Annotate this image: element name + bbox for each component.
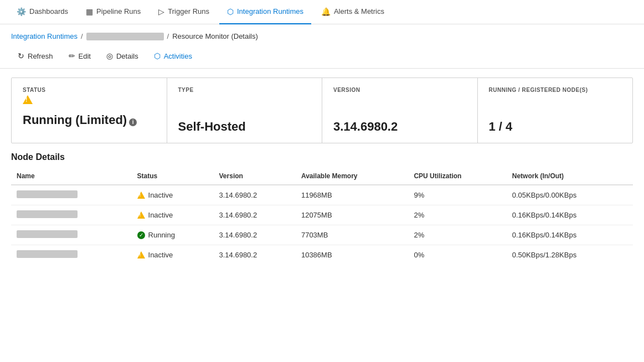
breadcrumb: Integration Runtimes / / Resource Monito… bbox=[0, 24, 644, 46]
breadcrumb-sep1: / bbox=[81, 32, 83, 40]
nav-pipeline-runs-label: Pipeline Runs bbox=[96, 7, 141, 15]
warn-triangle-icon bbox=[137, 192, 145, 199]
refresh-button[interactable]: ↻ Refresh bbox=[11, 48, 60, 64]
col-network: Network (In/Out) bbox=[507, 168, 633, 185]
pipeline-runs-icon: ▦ bbox=[86, 7, 93, 16]
status-warn-icon bbox=[23, 95, 33, 104]
node-status-label: Inactive bbox=[148, 191, 173, 199]
col-version: Version bbox=[214, 168, 296, 185]
warn-triangle-icon bbox=[137, 211, 145, 219]
table-row: ✓Running3.14.6980.27703MB2%0.16KBps/0.14… bbox=[11, 225, 633, 245]
integration-runtimes-icon: ⬡ bbox=[227, 7, 234, 16]
node-status-label: Running bbox=[148, 231, 175, 239]
node-version-cell: 3.14.6980.2 bbox=[214, 185, 296, 205]
table-row: Inactive3.14.6980.212075MB2%0.16KBps/0.1… bbox=[11, 205, 633, 225]
node-version-cell: 3.14.6980.2 bbox=[214, 205, 296, 225]
node-memory-cell: 7703MB bbox=[296, 225, 408, 245]
node-status-cell: Inactive bbox=[132, 245, 214, 265]
node-status-label: Inactive bbox=[148, 211, 173, 219]
node-details-title: Node Details bbox=[0, 152, 644, 168]
type-card-value: Self-Hosted bbox=[178, 120, 311, 134]
node-cpu-cell: 2% bbox=[408, 225, 506, 245]
breadcrumb-sep2: / bbox=[167, 32, 169, 40]
col-name: Name bbox=[11, 168, 132, 185]
node-name-cell bbox=[11, 185, 132, 205]
status-cards: STATUS Running (Limited)i TYPE Self-Host… bbox=[11, 77, 633, 143]
activities-icon: ⬡ bbox=[154, 51, 161, 60]
dashboards-icon: ⚙️ bbox=[17, 7, 26, 16]
nav-alerts-metrics[interactable]: 🔔 Alerts & Metrics bbox=[313, 0, 392, 24]
node-status-cell: Inactive bbox=[132, 205, 214, 225]
node-details-section: Node Details Name Status Version Availab… bbox=[0, 152, 644, 265]
nav-integration-runtimes[interactable]: ⬡ Integration Runtimes bbox=[219, 0, 311, 24]
node-network-cell: 0.05KBps/0.00KBps bbox=[507, 185, 633, 205]
node-memory-cell: 12075MB bbox=[296, 205, 408, 225]
details-button[interactable]: ◎ Details bbox=[100, 48, 145, 64]
node-memory-cell: 10386MB bbox=[296, 245, 408, 265]
nodes-card: RUNNING / REGISTERED NODE(S) 1 / 4 bbox=[478, 78, 633, 143]
nodes-card-label: RUNNING / REGISTERED NODE(S) bbox=[489, 87, 622, 93]
version-card: VERSION 3.14.6980.2 bbox=[322, 78, 478, 143]
node-network-cell: 0.50KBps/1.28KBps bbox=[507, 245, 633, 265]
toolbar: ↻ Refresh ✏ Edit ◎ Details ⬡ Activities bbox=[0, 46, 644, 69]
nav-integration-runtimes-label: Integration Runtimes bbox=[237, 7, 303, 15]
edit-button[interactable]: ✏ Edit bbox=[62, 48, 97, 64]
version-card-label: VERSION bbox=[333, 87, 466, 93]
status-card-value: Running (Limited)i bbox=[23, 113, 156, 127]
node-name-cell bbox=[11, 225, 132, 245]
edit-icon: ✏ bbox=[69, 51, 75, 60]
top-nav: ⚙️ Dashboards ▦ Pipeline Runs ▷ Trigger … bbox=[0, 0, 644, 24]
activities-label: Activities bbox=[164, 52, 192, 60]
table-row: Inactive3.14.6980.211968MB9%0.05KBps/0.0… bbox=[11, 185, 633, 205]
breadcrumb-link[interactable]: Integration Runtimes bbox=[11, 32, 78, 40]
status-card-label: STATUS bbox=[23, 87, 156, 93]
node-memory-cell: 11968MB bbox=[296, 185, 408, 205]
col-status: Status bbox=[132, 168, 214, 185]
nav-trigger-runs-label: Trigger Runs bbox=[168, 7, 209, 15]
node-name-cell bbox=[11, 245, 132, 265]
node-status-label: Inactive bbox=[148, 251, 173, 259]
running-check-icon: ✓ bbox=[137, 231, 145, 239]
node-status-cell: Inactive bbox=[132, 185, 214, 205]
nav-dashboards[interactable]: ⚙️ Dashboards bbox=[9, 0, 76, 24]
type-card: TYPE Self-Hosted bbox=[167, 78, 323, 143]
col-cpu: CPU Utilization bbox=[408, 168, 506, 185]
refresh-icon: ↻ bbox=[18, 51, 24, 60]
details-icon: ◎ bbox=[106, 51, 113, 60]
breadcrumb-runtime-name bbox=[86, 33, 164, 40]
table-header-row: Name Status Version Available Memory CPU… bbox=[11, 168, 633, 185]
alerts-metrics-icon: 🔔 bbox=[321, 7, 331, 16]
warn-triangle-icon bbox=[137, 251, 145, 258]
nodes-card-value: 1 / 4 bbox=[489, 120, 622, 134]
type-card-label: TYPE bbox=[178, 87, 311, 93]
breadcrumb-current: Resource Monitor (Details) bbox=[172, 32, 258, 40]
activities-button[interactable]: ⬡ Activities bbox=[147, 48, 199, 64]
node-version-cell: 3.14.6980.2 bbox=[214, 245, 296, 265]
refresh-label: Refresh bbox=[28, 52, 53, 60]
nav-pipeline-runs[interactable]: ▦ Pipeline Runs bbox=[78, 0, 148, 24]
node-name-cell bbox=[11, 205, 132, 225]
node-name-redacted bbox=[17, 190, 78, 198]
table-wrapper: Name Status Version Available Memory CPU… bbox=[0, 168, 644, 265]
node-version-cell: 3.14.6980.2 bbox=[214, 225, 296, 245]
nav-trigger-runs[interactable]: ▷ Trigger Runs bbox=[151, 0, 217, 24]
node-cpu-cell: 0% bbox=[408, 245, 506, 265]
node-name-redacted bbox=[17, 250, 78, 258]
node-table: Name Status Version Available Memory CPU… bbox=[11, 168, 633, 265]
details-label: Details bbox=[116, 52, 138, 60]
node-network-cell: 0.16KBps/0.14KBps bbox=[507, 225, 633, 245]
version-card-value: 3.14.6980.2 bbox=[333, 120, 466, 134]
col-memory: Available Memory bbox=[296, 168, 408, 185]
edit-label: Edit bbox=[79, 52, 91, 60]
table-row: Inactive3.14.6980.210386MB0%0.50KBps/1.2… bbox=[11, 245, 633, 265]
status-card: STATUS Running (Limited)i bbox=[12, 78, 167, 143]
node-network-cell: 0.16KBps/0.14KBps bbox=[507, 205, 633, 225]
trigger-runs-icon: ▷ bbox=[158, 7, 164, 16]
node-name-redacted bbox=[17, 230, 78, 238]
node-status-cell: ✓Running bbox=[132, 225, 214, 245]
nav-dashboards-label: Dashboards bbox=[29, 7, 68, 15]
node-name-redacted bbox=[17, 210, 78, 218]
status-info-icon[interactable]: i bbox=[129, 118, 137, 126]
nav-alerts-metrics-label: Alerts & Metrics bbox=[334, 7, 384, 15]
node-cpu-cell: 9% bbox=[408, 185, 506, 205]
